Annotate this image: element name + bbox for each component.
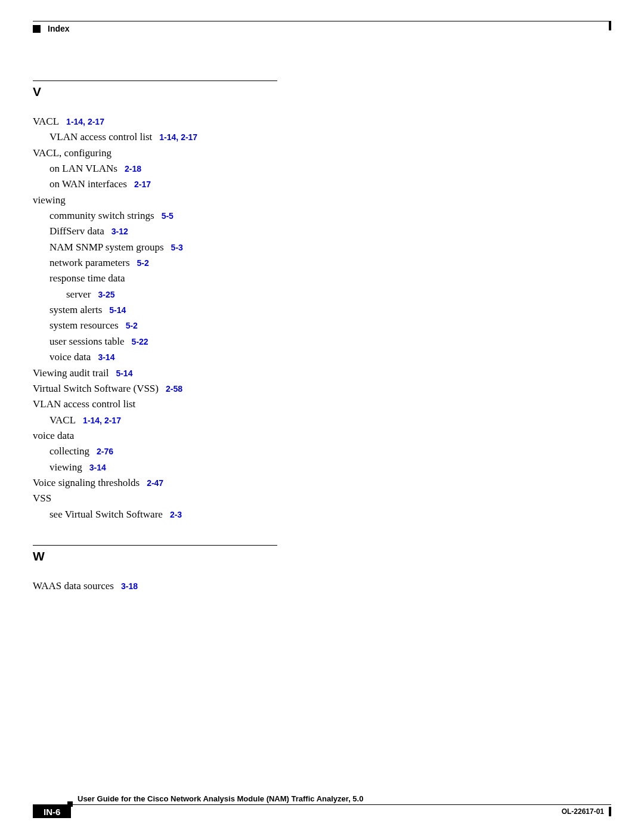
entry-text: VACL, configuring [33, 147, 112, 159]
entry-text: collecting [49, 445, 89, 457]
index-entry: collecting2-76 [33, 444, 277, 459]
index-entry: see Virtual Switch Software2-3 [33, 507, 277, 522]
crop-mark-icon [609, 21, 611, 30]
index-entry: community switch strings5-5 [33, 208, 277, 224]
entry-text: viewing [49, 462, 82, 473]
page-ref[interactable]: 3-18 [121, 581, 138, 591]
entry-text: viewing [33, 194, 66, 206]
entry-text: system alerts [49, 304, 102, 315]
index-entry: NAM SNMP system groups5-3 [33, 240, 277, 255]
index-entry: VLAN access control list1-14, 2-17 [33, 129, 277, 145]
page-ref[interactable]: 3-14 [89, 463, 106, 472]
index-entry: DiffServ data3-12 [33, 224, 277, 239]
page-ref[interactable]: 1-14, 2-17 [159, 132, 197, 142]
page-ref[interactable]: 5-14 [116, 368, 132, 378]
page-header: Index [33, 24, 611, 33]
entry-text: user sessions table [49, 336, 125, 347]
page-ref[interactable]: 2-47 [147, 478, 163, 488]
page-ref[interactable]: 3-25 [98, 290, 115, 299]
header-bullet-icon [33, 25, 41, 33]
index-entry: Viewing audit trail5-14 [33, 366, 277, 381]
page-ref[interactable]: 2-17 [134, 179, 151, 189]
index-entry: viewing [33, 193, 277, 208]
entry-text: see Virtual Switch Software [49, 509, 163, 520]
page-ref[interactable]: 2-76 [97, 447, 113, 456]
entry-text: VACL [33, 116, 59, 127]
page-ref[interactable]: 2-3 [170, 510, 182, 519]
entry-text: Virtual Switch Software (VSS) [33, 383, 159, 394]
page-ref[interactable]: 3-12 [112, 227, 128, 236]
page-ref[interactable]: 5-2 [126, 321, 138, 330]
entry-text: network parameters [49, 257, 130, 268]
footer-page-number: IN-6 [33, 805, 71, 818]
footer-doc-title: User Guide for the Cisco Network Analysi… [33, 794, 611, 804]
index-entry: server3-25 [33, 287, 277, 302]
index-entry: on WAN interfaces2-17 [33, 176, 277, 192]
footer-bullet-icon [67, 801, 73, 807]
page-ref[interactable]: 5-22 [132, 337, 148, 346]
page-ref[interactable]: 5-5 [162, 211, 174, 221]
index-entry: Virtual Switch Software (VSS)2-58 [33, 381, 277, 397]
section-rule [33, 545, 277, 546]
page-ref[interactable]: 1-14, 2-17 [83, 416, 121, 425]
index-entry: system resources5-2 [33, 318, 277, 333]
index-entry: WAAS data sources3-18 [33, 578, 277, 594]
header-label: Index [48, 24, 70, 33]
crop-mark-icon [609, 807, 611, 816]
index-entry: VSS [33, 491, 277, 506]
index-entry: VACL, configuring [33, 145, 277, 161]
page-ref[interactable]: 1-14, 2-17 [66, 117, 104, 126]
entry-text: server [66, 289, 91, 300]
index-entry: VACL1-14, 2-17 [33, 114, 277, 129]
index-entry: Voice signaling thresholds2-47 [33, 475, 277, 491]
index-entry: VLAN access control list [33, 397, 277, 412]
index-entry: network parameters5-2 [33, 255, 277, 271]
footer-doc-id: OL-22617-01 [562, 807, 604, 816]
index-entry: VACL1-14, 2-17 [33, 413, 277, 428]
entry-text: VLAN access control list [33, 398, 135, 410]
entry-text: NAM SNMP system groups [49, 241, 164, 253]
index-entry: response time data [33, 271, 277, 286]
index-entry: viewing3-14 [33, 460, 277, 475]
footer-bar: IN-6 OL-22617-01 [33, 804, 611, 818]
page-ref[interactable]: 5-2 [137, 258, 149, 268]
entry-text: on WAN interfaces [49, 178, 127, 190]
page-ref[interactable]: 5-3 [171, 243, 183, 252]
entry-text: VACL [49, 414, 76, 426]
header-rule [33, 21, 611, 21]
page-ref[interactable]: 3-14 [98, 352, 114, 362]
section-rule [33, 80, 277, 81]
page-footer: User Guide for the Cisco Network Analysi… [33, 794, 611, 818]
entry-text: response time data [49, 272, 125, 284]
index-entry: system alerts5-14 [33, 302, 277, 318]
page-ref[interactable]: 2-58 [166, 384, 182, 394]
index-entry: on LAN VLANs2-18 [33, 161, 277, 176]
index-content: V VACL1-14, 2-17 VLAN access control lis… [33, 75, 277, 594]
page-ref[interactable]: 5-14 [109, 305, 126, 315]
section-letter-v: V [33, 85, 277, 99]
entry-text: VLAN access control list [49, 131, 152, 143]
entry-text: Voice signaling thresholds [33, 477, 140, 488]
index-entry: user sessions table5-22 [33, 334, 277, 349]
entry-text: on LAN VLANs [49, 163, 117, 174]
entry-text: voice data [49, 351, 91, 363]
page-ref[interactable]: 2-18 [125, 164, 141, 174]
entry-text: DiffServ data [49, 225, 104, 237]
entry-text: voice data [33, 430, 74, 441]
section-letter-w: W [33, 549, 277, 563]
entry-text: WAAS data sources [33, 580, 114, 592]
entry-text: VSS [33, 493, 51, 504]
index-entry: voice data3-14 [33, 349, 277, 365]
entry-text: Viewing audit trail [33, 367, 109, 379]
entry-text: community switch strings [49, 210, 154, 221]
index-entry: voice data [33, 428, 277, 444]
entry-text: system resources [49, 320, 119, 331]
